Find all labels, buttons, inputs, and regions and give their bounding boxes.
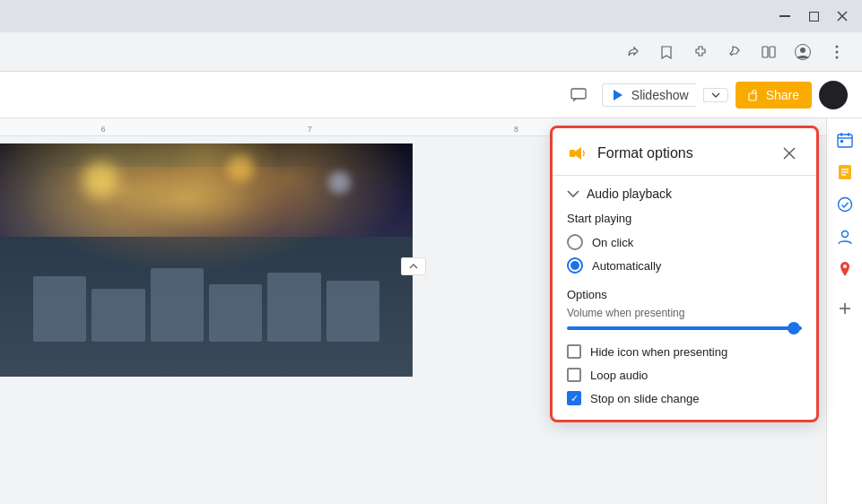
- slides-toolbar: Slideshow Share: [0, 72, 862, 118]
- svg-point-10: [836, 56, 839, 58]
- svg-rect-17: [840, 140, 843, 143]
- svg-marker-12: [614, 90, 623, 100]
- panel-body: Audio playback Start playing On click: [553, 176, 816, 420]
- audio-icon: [567, 143, 588, 164]
- svg-point-8: [836, 45, 839, 48]
- radio-inner-automatically: [570, 261, 579, 270]
- checkbox-box-loop-audio: [567, 368, 581, 382]
- volume-slider-thumb[interactable]: [788, 322, 800, 335]
- svg-rect-1: [809, 12, 818, 21]
- split-view-icon[interactable]: [754, 38, 783, 66]
- app-area: Slideshow Share 6 7 8: [0, 72, 862, 504]
- sidebar-icon-tasks[interactable]: [831, 190, 859, 219]
- sidebar-icon-notes[interactable]: [831, 158, 859, 187]
- stop-on-change-label: Stop on slide change: [590, 392, 699, 405]
- volume-slider-container: [567, 326, 802, 330]
- volume-label: Volume when presenting: [567, 307, 802, 319]
- checkbox-stop-on-change[interactable]: ✓ Stop on slide change: [567, 391, 802, 405]
- slideshow-dropdown[interactable]: [703, 88, 728, 102]
- checkbox-check-icon: ✓: [570, 394, 579, 404]
- sidebar-icon-account[interactable]: [831, 222, 859, 251]
- maximize-button[interactable]: [801, 4, 826, 29]
- svg-rect-14: [838, 135, 852, 147]
- panel-title-area: Format options: [567, 143, 693, 164]
- radio-on-click[interactable]: On click: [567, 234, 802, 250]
- radio-automatically[interactable]: Automatically: [567, 257, 802, 274]
- section-content: Start playing On click: [553, 208, 816, 420]
- svg-rect-5: [770, 47, 775, 57]
- main-content: 6 7 8 9: [0, 118, 862, 504]
- svg-point-23: [841, 231, 848, 238]
- browser-top-bar: [0, 0, 862, 32]
- svg-point-7: [800, 48, 805, 53]
- share-label: Share: [766, 88, 799, 102]
- share-browser-icon[interactable]: [618, 38, 647, 66]
- slideshow-label: Slideshow: [631, 88, 689, 102]
- checkbox-box-stop-on-change: ✓: [567, 391, 581, 405]
- present-button[interactable]: Slideshow: [602, 83, 696, 107]
- svg-rect-13: [749, 93, 756, 100]
- more-menu-icon[interactable]: [823, 38, 851, 66]
- loop-audio-label: Loop audio: [590, 369, 648, 382]
- on-click-label: On click: [592, 236, 633, 249]
- share-button[interactable]: Share: [736, 82, 812, 109]
- checkbox-hide-icon[interactable]: Hide icon when presenting: [567, 344, 802, 359]
- slide-image: [0, 143, 413, 377]
- bookmark-icon[interactable]: [652, 38, 681, 66]
- audio-playback-label: Audio playback: [587, 187, 672, 201]
- comment-button[interactable]: [562, 83, 595, 108]
- collapse-panel-button[interactable]: [401, 257, 426, 275]
- browser-toolbar: [0, 32, 862, 72]
- svg-point-9: [836, 50, 839, 53]
- volume-slider-track[interactable]: [567, 326, 802, 330]
- radio-outer-automatically: [567, 257, 583, 274]
- automatically-label: Automatically: [592, 259, 661, 273]
- pin-icon[interactable]: [720, 38, 749, 66]
- svg-point-22: [838, 198, 851, 212]
- user-avatar[interactable]: [819, 81, 848, 109]
- checkbox-loop-audio[interactable]: Loop audio: [567, 368, 802, 382]
- extension-icon[interactable]: [686, 38, 715, 66]
- panel-title: Format options: [597, 145, 693, 161]
- close-panel-button[interactable]: [777, 141, 802, 166]
- hide-icon-label: Hide icon when presenting: [590, 345, 727, 359]
- sidebar-icon-add[interactable]: [831, 294, 859, 323]
- section-chevron: [567, 187, 579, 201]
- panel-header: Format options: [553, 128, 816, 176]
- format-options-panel: Format options Audio playback: [550, 126, 819, 422]
- close-button[interactable]: [830, 4, 855, 29]
- right-sidebar: [826, 118, 862, 504]
- sidebar-icon-calendar[interactable]: [831, 126, 859, 154]
- options-checkbox-group: Hide icon when presenting Loop audio ✓: [567, 344, 802, 405]
- svg-rect-0: [779, 15, 790, 17]
- svg-rect-4: [762, 47, 768, 57]
- profile-icon[interactable]: [788, 38, 817, 66]
- playback-radio-group: On click Automatically: [567, 234, 802, 274]
- svg-rect-27: [570, 150, 575, 157]
- browser-frame: Slideshow Share 6 7 8: [0, 0, 862, 504]
- audio-playback-section-header[interactable]: Audio playback: [553, 176, 816, 208]
- ruler-mark-6: 6: [0, 125, 206, 134]
- ruler-mark-7: 7: [206, 125, 413, 134]
- sidebar-icon-maps[interactable]: [831, 255, 859, 283]
- minimize-button[interactable]: [772, 4, 797, 29]
- options-label: Options: [567, 288, 802, 301]
- svg-point-24: [843, 265, 847, 268]
- radio-outer-on-click: [567, 234, 583, 250]
- start-playing-label: Start playing: [567, 212, 802, 225]
- checkbox-box-hide-icon: [567, 344, 581, 359]
- svg-rect-11: [571, 89, 586, 99]
